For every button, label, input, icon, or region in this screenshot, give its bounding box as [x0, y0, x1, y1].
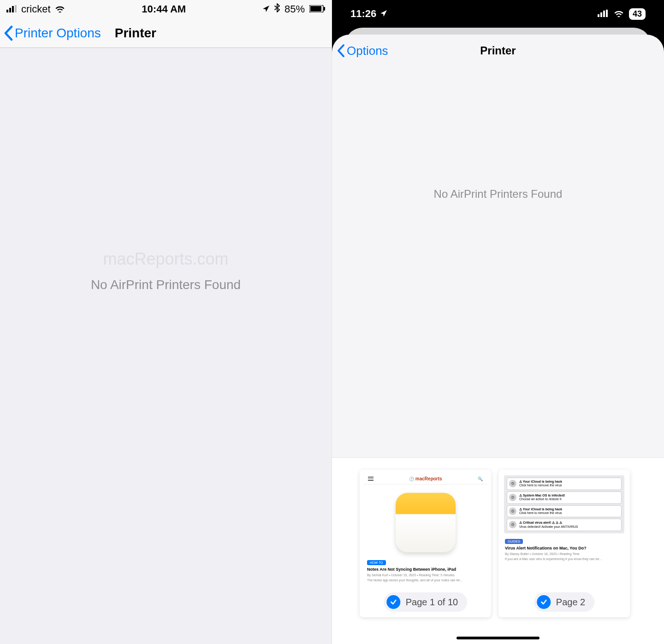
list-item: ⚙⚠ Your iCloud is being hackClick here t…	[507, 478, 622, 490]
page-label-chip[interactable]: Page 1 of 10	[384, 592, 467, 612]
battery-percent: 85%	[285, 3, 305, 15]
nav-title: Printer	[115, 26, 156, 41]
article-headline: Notes Are Not Syncing Between iPhone, iP…	[363, 567, 487, 573]
nav-bar: Printer Options Printer	[0, 18, 332, 48]
article-byline: By Serhat Kurt • October 19, 2023 • Read…	[363, 573, 487, 579]
chevron-left-icon	[337, 44, 346, 58]
location-icon	[262, 3, 270, 15]
sheet: Options Printer No AirPrint Printers Fou…	[332, 35, 664, 644]
svg-rect-5	[310, 6, 321, 12]
wifi-icon	[54, 3, 65, 15]
article-byline: By Stacey Butler • October 18, 2023 • Re…	[502, 552, 626, 557]
printer-list-empty: macReports.com No AirPrint Printers Foun…	[0, 48, 332, 644]
location-icon	[380, 8, 387, 20]
hamburger-icon	[368, 477, 374, 481]
carrier-label: cricket	[21, 3, 51, 15]
page-label-chip[interactable]: Page 2	[534, 592, 594, 612]
search-icon: 🔍	[478, 477, 483, 481]
back-button[interactable]: Options	[337, 44, 388, 58]
svg-rect-0	[6, 10, 8, 12]
svg-rect-8	[600, 12, 602, 17]
category-tag: HOW TO	[367, 560, 386, 565]
list-item: ⚙⚠ Critical virus alert! ⚠ ⚠ ⚠Virus dete…	[507, 519, 622, 531]
page-preview: 🕑 macReports 🔍 HOW TO Notes Are Not Sync…	[363, 473, 487, 598]
article-snippet: If you are a Mac user who is experiencin…	[502, 557, 626, 561]
page-preview: ⚙⚠ Your iCloud is being hackClick here t…	[502, 473, 626, 598]
bluetooth-icon	[274, 3, 280, 15]
cellular-icon	[6, 3, 18, 15]
svg-rect-7	[598, 14, 599, 17]
svg-rect-6	[324, 7, 325, 11]
wifi-icon	[613, 8, 624, 20]
svg-rect-2	[12, 6, 14, 12]
watermark: macReports.com	[103, 249, 228, 269]
nav-title: Printer	[480, 44, 516, 57]
article-headline: Virus Alert Notifications on Mac, You Do…	[502, 546, 626, 552]
cellular-icon	[598, 8, 609, 20]
back-label: Printer Options	[15, 26, 101, 41]
home-indicator[interactable]	[456, 637, 540, 639]
svg-rect-1	[9, 8, 11, 12]
category-tag: GUIDES	[505, 539, 523, 544]
battery-pill: 43	[629, 8, 646, 20]
battery-icon	[309, 3, 325, 15]
svg-rect-10	[606, 10, 608, 17]
svg-rect-3	[15, 5, 17, 12]
svg-rect-9	[603, 11, 605, 17]
page-label-text: Page 2	[556, 597, 585, 608]
list-item: ⚙⚠ Your iCloud is being hackClick here t…	[507, 505, 622, 518]
empty-message: No AirPrint Printers Found	[91, 278, 241, 292]
chevron-left-icon	[4, 25, 14, 41]
notes-app-icon	[396, 493, 456, 553]
clock: 10:44 AM	[142, 3, 186, 15]
back-button[interactable]: Printer Options	[4, 25, 101, 41]
list-item: ⚙⚠ System Mac OS is infected!Choose an a…	[507, 491, 622, 504]
article-snippet: The Notes app stores your thoughts, and …	[363, 579, 487, 584]
phone-right: 11:26 43 Options Printer No AirPrint Pri…	[332, 0, 664, 644]
checkmark-icon	[386, 595, 400, 609]
checkmark-icon	[537, 595, 551, 609]
page-label-text: Page 1 of 10	[406, 597, 458, 608]
page-thumbnails[interactable]: 🕑 macReports 🔍 HOW TO Notes Are Not Sync…	[332, 457, 664, 644]
back-label: Options	[347, 44, 388, 58]
nav-bar: Options Printer	[332, 35, 664, 67]
page-thumbnail[interactable]: 🕑 macReports 🔍 HOW TO Notes Are Not Sync…	[360, 470, 491, 617]
empty-message: No AirPrint Printers Found	[434, 188, 563, 201]
status-bar: 11:26 43	[332, 0, 664, 28]
clock: 11:26	[350, 8, 376, 20]
page-thumbnail[interactable]: ⚙⚠ Your iCloud is being hackClick here t…	[498, 470, 630, 617]
status-bar: cricket 10:44 AM 85%	[0, 0, 332, 18]
phone-left: cricket 10:44 AM 85% Printer Options Pri…	[0, 0, 332, 644]
site-logo: 🕑 macReports	[409, 476, 442, 481]
